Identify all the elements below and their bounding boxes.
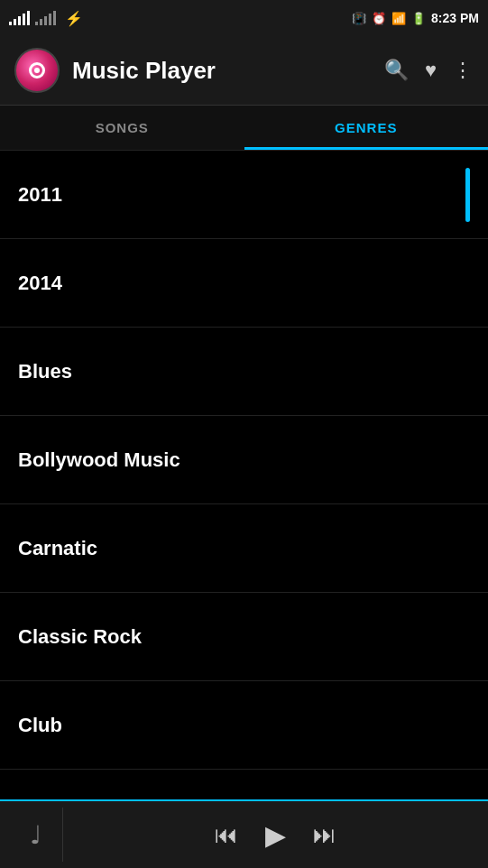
list-item[interactable]: 2011 <box>0 151 488 239</box>
app-header: Music Player 🔍 ♥ ⋮ <box>0 36 488 106</box>
app-logo <box>14 48 60 93</box>
genre-name: Carnatic <box>18 537 97 560</box>
genre-name: Classic Rock <box>18 625 142 649</box>
status-time: 8:23 PM <box>431 11 479 25</box>
player-bar: ♩ ⏮ ▶ ⏭ <box>0 799 488 868</box>
tab-songs[interactable]: SONGS <box>0 106 244 150</box>
play-button[interactable]: ▶ <box>265 819 286 851</box>
vibrate-icon: 📳 <box>352 12 366 25</box>
music-note-icon: ♩ <box>9 808 63 862</box>
genre-name: Bollywood Music <box>18 448 180 472</box>
signal-icon <box>9 11 56 25</box>
next-button[interactable]: ⏭ <box>313 821 336 849</box>
tab-genres[interactable]: GENRES <box>244 106 489 150</box>
app-logo-inner <box>29 62 45 78</box>
usb-icon: ⚡ <box>65 10 83 27</box>
app-title: Music Player <box>72 57 384 85</box>
previous-button[interactable]: ⏮ <box>215 821 238 849</box>
battery-icon: 🔋 <box>411 12 426 25</box>
list-item[interactable]: Blues <box>0 328 488 416</box>
list-item[interactable]: Club <box>0 681 488 770</box>
list-item[interactable]: Bollywood Music <box>0 416 488 504</box>
list-item[interactable]: Classic Rock <box>0 593 488 681</box>
search-icon[interactable]: 🔍 <box>384 59 409 82</box>
status-left: ⚡ <box>9 10 83 27</box>
more-options-icon[interactable]: ⋮ <box>453 59 474 82</box>
genre-name: Blues <box>18 360 72 383</box>
tab-bar: SONGS GENRES <box>0 106 488 151</box>
scroll-indicator <box>465 168 470 222</box>
status-bar: ⚡ 📳 ⏰ 📶 🔋 8:23 PM <box>0 0 488 36</box>
genre-name: 2011 <box>18 183 62 207</box>
wifi-icon: 📶 <box>391 12 406 25</box>
favorites-icon[interactable]: ♥ <box>425 59 437 82</box>
header-icons: 🔍 ♥ ⋮ <box>384 59 474 82</box>
alarm-icon: ⏰ <box>372 12 386 25</box>
status-right: 📳 ⏰ 📶 🔋 8:23 PM <box>352 11 479 25</box>
list-item[interactable]: 2014 <box>0 239 488 328</box>
genre-list: 2011 2014 Blues Bollywood Music Carnatic… <box>0 151 488 799</box>
player-controls: ⏮ ▶ ⏭ <box>72 819 479 851</box>
genre-name: Club <box>18 714 62 737</box>
list-item[interactable]: Carnatic <box>0 504 488 593</box>
genre-name: 2014 <box>18 272 62 295</box>
